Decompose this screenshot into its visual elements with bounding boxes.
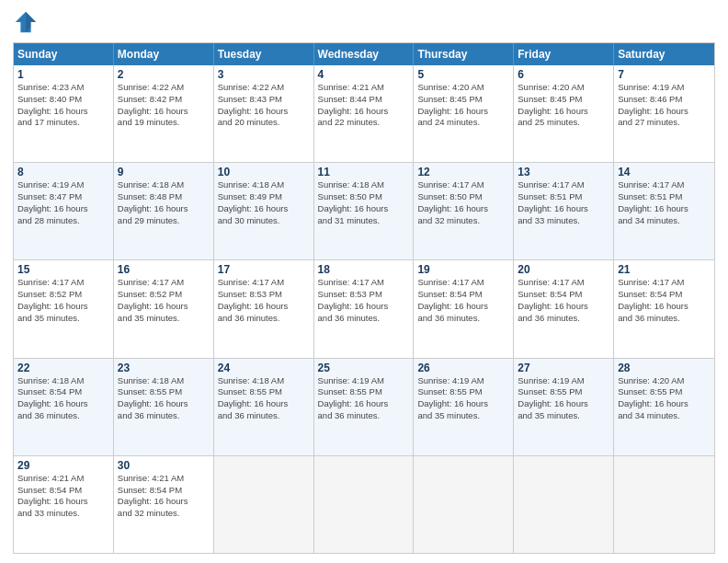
day-info: Sunrise: 4:17 AM Sunset: 8:51 PM Dayligh… — [518, 179, 609, 226]
day-info: Sunrise: 4:22 AM Sunset: 8:43 PM Dayligh… — [218, 82, 310, 129]
calendar-header: SundayMondayTuesdayWednesdayThursdayFrid… — [14, 43, 714, 65]
day-cell-27: 27Sunrise: 4:19 AM Sunset: 8:55 PM Dayli… — [514, 359, 614, 455]
day-cell-29: 29Sunrise: 4:21 AM Sunset: 8:54 PM Dayli… — [14, 456, 114, 553]
day-number: 16 — [118, 263, 210, 276]
day-cell-22: 22Sunrise: 4:18 AM Sunset: 8:54 PM Dayli… — [14, 359, 114, 455]
header-day-saturday: Saturday — [614, 43, 714, 65]
empty-cell — [214, 456, 314, 553]
day-cell-18: 18Sunrise: 4:17 AM Sunset: 8:53 PM Dayli… — [314, 260, 415, 357]
empty-cell — [614, 456, 714, 553]
day-number: 25 — [318, 362, 410, 374]
day-cell-10: 10Sunrise: 4:18 AM Sunset: 8:49 PM Dayli… — [214, 163, 314, 259]
day-cell-1: 1Sunrise: 4:23 AM Sunset: 8:40 PM Daylig… — [14, 65, 114, 162]
day-info: Sunrise: 4:20 AM Sunset: 8:45 PM Dayligh… — [417, 82, 509, 129]
day-number: 5 — [417, 68, 509, 81]
logo — [13, 9, 42, 35]
day-number: 12 — [417, 166, 509, 178]
day-cell-26: 26Sunrise: 4:19 AM Sunset: 8:55 PM Dayli… — [414, 359, 514, 455]
day-number: 10 — [218, 166, 310, 178]
main-container: SundayMondayTuesdayWednesdayThursdayFrid… — [0, 0, 728, 563]
header-day-sunday: Sunday — [14, 43, 114, 65]
day-info: Sunrise: 4:18 AM Sunset: 8:55 PM Dayligh… — [218, 375, 310, 422]
day-info: Sunrise: 4:18 AM Sunset: 8:48 PM Dayligh… — [118, 179, 210, 226]
calendar-week-1: 1Sunrise: 4:23 AM Sunset: 8:40 PM Daylig… — [14, 65, 714, 162]
day-number: 11 — [318, 166, 410, 178]
day-info: Sunrise: 4:17 AM Sunset: 8:52 PM Dayligh… — [118, 277, 210, 324]
day-info: Sunrise: 4:19 AM Sunset: 8:46 PM Dayligh… — [618, 82, 711, 129]
day-cell-7: 7Sunrise: 4:19 AM Sunset: 8:46 PM Daylig… — [614, 65, 714, 162]
day-info: Sunrise: 4:17 AM Sunset: 8:54 PM Dayligh… — [417, 277, 509, 324]
calendar-week-5: 29Sunrise: 4:21 AM Sunset: 8:54 PM Dayli… — [14, 455, 714, 553]
day-number: 1 — [17, 68, 109, 81]
day-number: 7 — [618, 68, 711, 81]
day-number: 20 — [518, 263, 609, 276]
empty-cell — [414, 456, 514, 553]
page-header — [13, 9, 715, 35]
day-info: Sunrise: 4:17 AM Sunset: 8:53 PM Dayligh… — [318, 277, 410, 324]
day-cell-14: 14Sunrise: 4:17 AM Sunset: 8:51 PM Dayli… — [614, 163, 714, 259]
day-cell-8: 8Sunrise: 4:19 AM Sunset: 8:47 PM Daylig… — [14, 163, 114, 259]
day-info: Sunrise: 4:19 AM Sunset: 8:47 PM Dayligh… — [17, 179, 109, 226]
day-info: Sunrise: 4:17 AM Sunset: 8:54 PM Dayligh… — [618, 277, 711, 324]
empty-cell — [314, 456, 415, 553]
day-cell-6: 6Sunrise: 4:20 AM Sunset: 8:45 PM Daylig… — [514, 65, 614, 162]
day-number: 27 — [518, 362, 609, 374]
calendar-body: 1Sunrise: 4:23 AM Sunset: 8:40 PM Daylig… — [14, 65, 714, 553]
day-info: Sunrise: 4:20 AM Sunset: 8:55 PM Dayligh… — [618, 375, 711, 422]
day-cell-11: 11Sunrise: 4:18 AM Sunset: 8:50 PM Dayli… — [314, 163, 415, 259]
day-info: Sunrise: 4:20 AM Sunset: 8:45 PM Dayligh… — [518, 82, 609, 129]
day-cell-25: 25Sunrise: 4:19 AM Sunset: 8:55 PM Dayli… — [314, 359, 415, 455]
empty-cell — [514, 456, 614, 553]
day-number: 15 — [17, 263, 109, 276]
day-cell-28: 28Sunrise: 4:20 AM Sunset: 8:55 PM Dayli… — [614, 359, 714, 455]
day-cell-16: 16Sunrise: 4:17 AM Sunset: 8:52 PM Dayli… — [114, 260, 214, 357]
day-cell-5: 5Sunrise: 4:20 AM Sunset: 8:45 PM Daylig… — [414, 65, 514, 162]
day-number: 18 — [318, 263, 410, 276]
day-cell-21: 21Sunrise: 4:17 AM Sunset: 8:54 PM Dayli… — [614, 260, 714, 357]
header-day-tuesday: Tuesday — [214, 43, 314, 65]
day-number: 22 — [17, 362, 109, 374]
day-cell-17: 17Sunrise: 4:17 AM Sunset: 8:53 PM Dayli… — [214, 260, 314, 357]
calendar-week-3: 15Sunrise: 4:17 AM Sunset: 8:52 PM Dayli… — [14, 259, 714, 357]
day-cell-15: 15Sunrise: 4:17 AM Sunset: 8:52 PM Dayli… — [14, 260, 114, 357]
day-number: 6 — [518, 68, 609, 81]
header-day-wednesday: Wednesday — [314, 43, 415, 65]
day-number: 26 — [417, 362, 509, 374]
day-cell-3: 3Sunrise: 4:22 AM Sunset: 8:43 PM Daylig… — [214, 65, 314, 162]
day-number: 30 — [118, 459, 210, 472]
day-number: 3 — [218, 68, 310, 81]
day-info: Sunrise: 4:19 AM Sunset: 8:55 PM Dayligh… — [417, 375, 509, 422]
day-info: Sunrise: 4:18 AM Sunset: 8:54 PM Dayligh… — [17, 375, 109, 422]
day-cell-4: 4Sunrise: 4:21 AM Sunset: 8:44 PM Daylig… — [314, 65, 415, 162]
day-cell-13: 13Sunrise: 4:17 AM Sunset: 8:51 PM Dayli… — [514, 163, 614, 259]
day-info: Sunrise: 4:21 AM Sunset: 8:54 PM Dayligh… — [17, 473, 109, 520]
day-cell-24: 24Sunrise: 4:18 AM Sunset: 8:55 PM Dayli… — [214, 359, 314, 455]
day-info: Sunrise: 4:17 AM Sunset: 8:53 PM Dayligh… — [218, 277, 310, 324]
day-info: Sunrise: 4:18 AM Sunset: 8:50 PM Dayligh… — [318, 179, 410, 226]
day-info: Sunrise: 4:22 AM Sunset: 8:42 PM Dayligh… — [118, 82, 210, 129]
day-number: 24 — [218, 362, 310, 374]
day-info: Sunrise: 4:17 AM Sunset: 8:50 PM Dayligh… — [417, 179, 509, 226]
day-info: Sunrise: 4:21 AM Sunset: 8:44 PM Dayligh… — [318, 82, 410, 129]
day-number: 8 — [17, 166, 109, 178]
day-cell-19: 19Sunrise: 4:17 AM Sunset: 8:54 PM Dayli… — [414, 260, 514, 357]
day-cell-9: 9Sunrise: 4:18 AM Sunset: 8:48 PM Daylig… — [114, 163, 214, 259]
day-number: 2 — [118, 68, 210, 81]
day-number: 9 — [118, 166, 210, 178]
day-number: 17 — [218, 263, 310, 276]
day-cell-30: 30Sunrise: 4:21 AM Sunset: 8:54 PM Dayli… — [114, 456, 214, 553]
day-number: 21 — [618, 263, 711, 276]
header-day-monday: Monday — [114, 43, 214, 65]
day-number: 14 — [618, 166, 711, 178]
day-number: 23 — [118, 362, 210, 374]
day-info: Sunrise: 4:17 AM Sunset: 8:54 PM Dayligh… — [518, 277, 609, 324]
day-number: 19 — [417, 263, 509, 276]
day-cell-20: 20Sunrise: 4:17 AM Sunset: 8:54 PM Dayli… — [514, 260, 614, 357]
day-number: 4 — [318, 68, 410, 81]
day-info: Sunrise: 4:19 AM Sunset: 8:55 PM Dayligh… — [318, 375, 410, 422]
day-number: 28 — [618, 362, 711, 374]
day-cell-12: 12Sunrise: 4:17 AM Sunset: 8:50 PM Dayli… — [414, 163, 514, 259]
day-cell-2: 2Sunrise: 4:22 AM Sunset: 8:42 PM Daylig… — [114, 65, 214, 162]
day-cell-23: 23Sunrise: 4:18 AM Sunset: 8:55 PM Dayli… — [114, 359, 214, 455]
day-info: Sunrise: 4:17 AM Sunset: 8:52 PM Dayligh… — [17, 277, 109, 324]
